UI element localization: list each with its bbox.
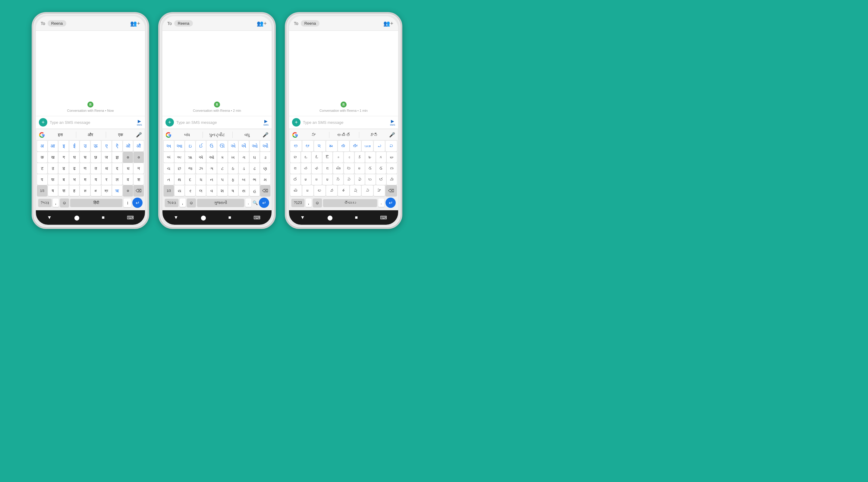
key-3-2-7[interactable]: ఠ — [355, 163, 365, 174]
key-3-3-5[interactable]: న — [333, 174, 343, 185]
lang-key-2[interactable]: ગુજરાતી — [197, 199, 244, 207]
key-2-3-8[interactable]: બ — [239, 174, 249, 185]
comma-key-3[interactable]: , — [306, 198, 312, 207]
key-1-3-8[interactable]: ल — [112, 174, 122, 185]
search-icon-2[interactable]: 🔍 — [253, 200, 258, 205]
key-2-4-2[interactable]: ય — [175, 185, 185, 196]
emoji-key-2[interactable]: ☺ — [187, 198, 196, 207]
key-2-3-3[interactable]: દ — [185, 174, 195, 185]
key-2-2-7[interactable]: ઠ — [228, 163, 239, 174]
key-1-1-9[interactable]: ⚙ — [123, 152, 133, 163]
lang-key-1[interactable]: हिंदी — [70, 199, 122, 207]
backspace-1[interactable]: ⌫ — [133, 185, 144, 196]
key-2-1-2[interactable]: અઃ — [175, 152, 185, 163]
add-btn-1[interactable]: + — [39, 118, 47, 127]
emoji-key-1[interactable]: ☺ — [60, 198, 69, 207]
key-2-4-4[interactable]: લ — [196, 185, 206, 196]
key-2-3-4[interactable]: ધ — [196, 174, 206, 185]
mic-icon-1[interactable]: 🎤 — [136, 132, 142, 138]
key-2-1-3[interactable]: ૠ — [185, 152, 195, 163]
key-vowel-1-6[interactable]: ऊ — [91, 141, 101, 152]
nav-recents-2[interactable]: ■ — [228, 215, 231, 220]
backspace-2[interactable]: ⌫ — [260, 185, 270, 196]
key-2-4-3[interactable]: ર — [185, 185, 195, 196]
key-vowel-2-4[interactable]: ઈ — [196, 141, 206, 152]
key-1-3-9[interactable]: व — [123, 174, 133, 185]
key-1-4-6[interactable]: क्ष — [91, 185, 101, 196]
key-1-1-1[interactable]: क — [37, 152, 47, 163]
key-vowel-3-7[interactable]: బుుబుూ — [362, 141, 373, 152]
add-btn-2[interactable]: + — [165, 118, 174, 127]
key-1-2-2[interactable]: ठ — [48, 163, 58, 174]
key-vowel-2-1[interactable]: અ — [164, 141, 174, 152]
key-2-3-7[interactable]: ફ — [228, 174, 239, 185]
key-2-2-5[interactable]: ઞ — [207, 163, 217, 174]
key-2-3-1[interactable]: ત — [164, 174, 174, 185]
key-3-4-2[interactable]: ర — [302, 185, 314, 196]
nav-keyboard-2[interactable]: ⌨ — [253, 215, 260, 221]
key-3-1-3[interactable]: ఓ — [312, 152, 322, 163]
key-1-4-9[interactable]: ⚙ — [123, 185, 133, 196]
key-3-1-7[interactable]: క — [355, 152, 365, 163]
key-vowel-3-4[interactable]: ఈ — [326, 141, 338, 152]
key-1-2-7[interactable]: थ — [101, 163, 112, 174]
key-3-4-6[interactable]: ష — [350, 185, 361, 196]
key-vowel-1-4[interactable]: ई — [69, 141, 80, 152]
key-2-2-4[interactable]: ઝ — [196, 163, 206, 174]
key-3-4-1[interactable]: య — [290, 185, 302, 196]
key-1-1-10[interactable]: ⚙ — [133, 152, 144, 163]
key-3-1-5[interactable]: ◌ం — [333, 152, 343, 163]
nav-recents-1[interactable]: ■ — [101, 215, 104, 220]
key-3-3-10[interactable]: మ — [387, 174, 397, 185]
key-3-3-6[interactable]: ప — [344, 174, 354, 185]
period-key-3[interactable]: . — [378, 198, 384, 207]
key-vowel-2-7[interactable]: એ — [228, 141, 239, 152]
key-2-4-1[interactable]: 1/3 — [164, 185, 174, 196]
key-vowel-1-2[interactable]: आ — [48, 141, 58, 152]
mic-icon-3[interactable]: 🎤 — [389, 132, 395, 138]
key-2-3-9[interactable]: ભ — [250, 174, 260, 185]
send-btn-3[interactable]: ▶ SMS — [390, 119, 395, 126]
key-2-4-7[interactable]: ષ — [228, 185, 239, 196]
enter-key-2[interactable]: ↵ — [259, 198, 269, 208]
key-3-3-9[interactable]: భ — [376, 174, 386, 185]
key-1-4-3[interactable]: स — [59, 185, 69, 196]
key-3-3-3[interactable]: ద — [312, 174, 322, 185]
suggestion-3-1[interactable]: నా — [299, 132, 328, 138]
key-3-1-4[interactable]: ఔ — [322, 152, 333, 163]
key-vowel-3-8[interactable]: ఎ — [374, 141, 385, 152]
key-vowel-1-9[interactable]: ओ — [123, 141, 133, 152]
key-2-1-5[interactable]: ઑ — [207, 152, 217, 163]
key-1-1-6[interactable]: छ — [91, 152, 101, 163]
mic-icon-2[interactable]: 🎤 — [262, 132, 269, 138]
key-2-1-6[interactable]: ક — [217, 152, 227, 163]
key-3-1-2[interactable]: ఒ — [301, 152, 311, 163]
key-vowel-1-5[interactable]: उ — [80, 141, 90, 152]
key-3-4-3[interactable]: ల — [314, 185, 326, 196]
comma-key-2[interactable]: , — [180, 198, 186, 207]
key-2-2-9[interactable]: ઢ — [250, 163, 260, 174]
period-key-1[interactable]: । — [124, 198, 131, 207]
key-2-4-6[interactable]: શ — [217, 185, 227, 196]
key-3-2-1[interactable]: ఙ — [290, 163, 301, 174]
nav-recents-3[interactable]: ■ — [355, 215, 358, 220]
key-vowel-3-9[interactable]: ఏ — [385, 141, 397, 152]
key-1-2-8[interactable]: द — [112, 163, 122, 174]
key-vowel-3-5[interactable]: ఉ — [338, 141, 349, 152]
key-vowel-3-1[interactable]: అ — [290, 141, 302, 152]
key-3-2-2[interactable]: చ — [301, 163, 311, 174]
key-1-3-2[interactable]: फ — [48, 174, 58, 185]
key-1-3-5[interactable]: म — [80, 174, 90, 185]
key-3-3-8[interactable]: బ — [365, 174, 375, 185]
key-1-3-3[interactable]: ब — [59, 174, 69, 185]
key-3-2-3[interactable]: ఛ — [312, 163, 322, 174]
key-2-2-8[interactable]: ડ — [239, 163, 249, 174]
key-3-4-5[interactable]: శ — [338, 185, 349, 196]
key-vowel-2-10[interactable]: ઔ — [260, 141, 270, 152]
key-2-2-6[interactable]: ટ — [217, 163, 227, 174]
num-sym-key-2[interactable]: ?૯૨૩ — [165, 199, 179, 207]
nav-back-3[interactable]: ▼ — [300, 215, 305, 220]
suggestion-3-2[interactable]: అయితే — [329, 132, 358, 138]
key-2-1-8[interactable]: ગ — [239, 152, 249, 163]
key-2-2-10[interactable]: ણ — [260, 163, 270, 174]
